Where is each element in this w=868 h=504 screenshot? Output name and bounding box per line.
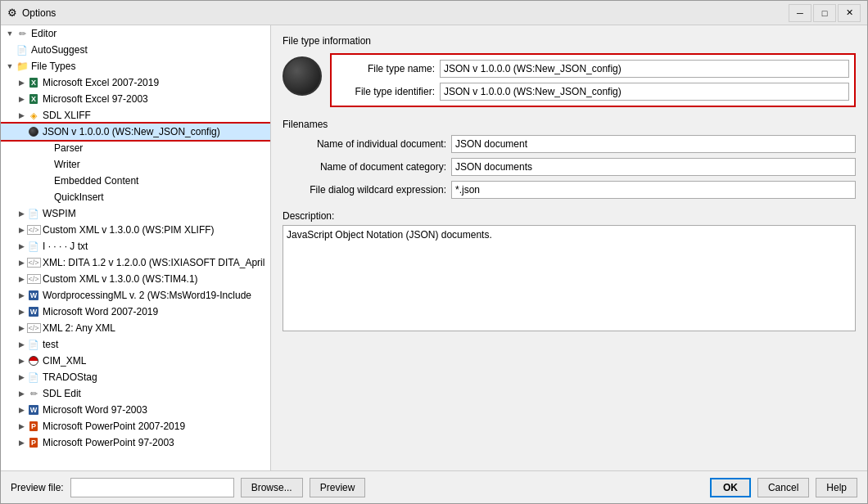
wildcard-label: File dialog wildcard expression: — [283, 184, 446, 196]
tree-toggle-ppt97[interactable]: ▶ — [16, 437, 27, 448]
file-type-name-input[interactable] — [440, 60, 849, 78]
tree-label-cim_xml: CIM_XML — [43, 355, 86, 367]
ok-button[interactable]: OK — [710, 478, 751, 497]
tree-item-tradostag[interactable]: ▶📄TRADOStag — [1, 369, 270, 385]
tree-item-wspim[interactable]: ▶📄WSPIM — [1, 205, 270, 222]
tree-toggle-editor[interactable]: ▼ — [4, 28, 16, 39]
tree-item-wordprocessingml[interactable]: ▶WWordprocessingML v. 2 (WS:MsWord19-Inc… — [1, 287, 270, 304]
tree-item-test[interactable]: ▶📄test — [1, 336, 270, 353]
tree-item-quickinsert[interactable]: QuickInsert — [1, 189, 270, 205]
file-type-identifier-input[interactable] — [440, 83, 849, 101]
tree-item-sdlxliff[interactable]: ▶◈SDL XLIFF — [1, 107, 270, 124]
description-textarea[interactable]: JavaScript Object Notation (JSON) docume… — [283, 225, 856, 331]
tree-item-autosuggest[interactable]: 📄AutoSuggest — [1, 42, 270, 58]
tree-item-word97[interactable]: ▶WMicrosoft Word 97-2003 — [1, 402, 270, 418]
tree-icon-word2007: W — [27, 305, 40, 318]
tree-toggle-dita[interactable]: ▶ — [16, 257, 27, 268]
tree-item-customxml130[interactable]: ▶</>Custom XML v 1.3.0.0 (WS:PIM XLIFF) — [1, 222, 270, 238]
tree-toggle-wordprocessingml[interactable]: ▶ — [16, 290, 27, 301]
tree-label-writer: Writer — [54, 159, 80, 170]
tree-toggle-sdlxliff[interactable]: ▶ — [16, 110, 27, 121]
tree-toggle-word97[interactable]: ▶ — [16, 404, 27, 416]
tree-icon-json — [27, 125, 40, 138]
tree-item-filetypes[interactable]: ▼📁File Types — [1, 58, 270, 74]
tree-label-txt: I · · · · J txt — [43, 241, 88, 252]
tree-item-editor[interactable]: ▼✏Editor — [1, 25, 270, 42]
tree-item-cim_xml[interactable]: ▶CIM_XML — [1, 353, 270, 369]
tree-toggle-writer[interactable] — [27, 159, 38, 170]
doc-category-row: Name of document category: — [283, 158, 856, 176]
help-button[interactable]: Help — [816, 478, 857, 497]
tree-toggle-word2007[interactable]: ▶ — [16, 306, 27, 317]
tree-toggle-excel97[interactable]: ▶ — [16, 93, 27, 105]
tree-label-word97: Microsoft Word 97-2003 — [43, 404, 147, 416]
tree-label-dita: XML: DITA 1.2 v 1.2.0.0 (WS:IXIASOFT DIT… — [43, 257, 264, 268]
tree-item-txt[interactable]: ▶📄I · · · · J txt — [1, 238, 270, 254]
close-button[interactable]: ✕ — [838, 4, 861, 22]
doc-category-input[interactable] — [451, 158, 856, 176]
tree-item-writer[interactable]: Writer — [1, 156, 270, 173]
tree-label-autosuggest: AutoSuggest — [31, 44, 88, 56]
tree-icon-word97: W — [27, 403, 40, 416]
tree-toggle-wspim[interactable]: ▶ — [16, 208, 27, 219]
individual-doc-input[interactable] — [451, 135, 856, 153]
tree-label-embedded: Embedded Content — [54, 175, 138, 187]
tree-item-sdledit[interactable]: ▶✏SDL Edit — [1, 385, 270, 402]
tree-toggle-autosuggest[interactable] — [4, 44, 16, 56]
tree-toggle-ppt2007[interactable]: ▶ — [16, 421, 27, 432]
tree-label-filetypes: File Types — [31, 61, 75, 72]
tree-item-word2007[interactable]: ▶WMicrosoft Word 2007-2019 — [1, 304, 270, 320]
individual-doc-row: Name of individual document: — [283, 135, 856, 153]
tree-toggle-embedded[interactable] — [27, 175, 38, 187]
maximize-button[interactable]: □ — [813, 4, 836, 22]
browse-button[interactable]: Browse... — [241, 478, 303, 497]
preview-button[interactable]: Preview — [310, 478, 366, 497]
file-type-name-row: File type name: — [337, 60, 849, 78]
tree-item-excel97[interactable]: ▶XMicrosoft Excel 97-2003 — [1, 91, 270, 107]
tree-toggle-quickinsert[interactable] — [27, 191, 38, 203]
preview-file-input[interactable] — [70, 478, 234, 497]
tree-toggle-filetypes[interactable]: ▼ — [4, 61, 16, 72]
tree-toggle-xml2[interactable]: ▶ — [16, 322, 27, 334]
tree-item-xml2[interactable]: ▶</>XML 2: Any XML — [1, 320, 270, 336]
tree-toggle-customxml4[interactable]: ▶ — [16, 273, 27, 285]
wildcard-row: File dialog wildcard expression: — [283, 181, 856, 199]
minimize-button[interactable]: ─ — [789, 4, 811, 22]
tree-toggle-json[interactable] — [16, 126, 27, 137]
filenames-title: Filenames — [283, 119, 856, 130]
tree-toggle-cim_xml[interactable]: ▶ — [16, 355, 27, 367]
tree-item-dita[interactable]: ▶</>XML: DITA 1.2 v 1.2.0.0 (WS:IXIASOFT… — [1, 254, 270, 271]
tree-toggle-tradostag[interactable]: ▶ — [16, 371, 27, 383]
tree-toggle-sdledit[interactable]: ▶ — [16, 388, 27, 399]
tree-item-json[interactable]: JSON v 1.0.0.0 (WS:New_JSON_config) — [1, 124, 270, 140]
tree-label-excel2007: Microsoft Excel 2007-2019 — [43, 77, 159, 88]
tree-icon-ppt2007: P — [27, 420, 40, 433]
cancel-button[interactable]: Cancel — [757, 478, 809, 497]
tree-label-customxml130: Custom XML v 1.3.0.0 (WS:PIM XLIFF) — [43, 224, 215, 236]
tree-item-parser[interactable]: Parser — [1, 140, 270, 156]
tree-label-sdlxliff: SDL XLIFF — [43, 110, 91, 121]
tree-item-ppt97[interactable]: ▶PMicrosoft PowerPoint 97-2003 — [1, 434, 270, 451]
tree-toggle-customxml130[interactable]: ▶ — [16, 224, 27, 236]
title-bar-controls: ─ □ ✕ — [789, 4, 861, 22]
wildcard-input[interactable] — [451, 181, 856, 199]
tree-label-wordprocessingml: WordprocessingML v. 2 (WS:MsWord19-Inclu… — [43, 290, 251, 301]
tree-label-wspim: WSPIM — [43, 208, 76, 219]
tree-item-embedded[interactable]: Embedded Content — [1, 173, 270, 189]
tree-item-ppt2007[interactable]: ▶PMicrosoft PowerPoint 2007-2019 — [1, 418, 270, 434]
bottom-bar: Preview file: Browse... Preview OK Cance… — [1, 470, 867, 503]
file-type-icon — [283, 56, 322, 96]
tree-icon-editor: ✏ — [16, 27, 29, 40]
tree-item-excel2007[interactable]: ▶XMicrosoft Excel 2007-2019 — [1, 74, 270, 91]
tree-toggle-test[interactable]: ▶ — [16, 339, 27, 350]
tree-icon-autosuggest: 📄 — [16, 43, 29, 56]
tree-toggle-excel2007[interactable]: ▶ — [16, 77, 27, 88]
file-type-info-title: File type information — [283, 35, 856, 47]
tree-toggle-parser[interactable] — [27, 142, 38, 154]
tree-label-sdledit: SDL Edit — [43, 388, 81, 399]
tree-label-test: test — [43, 339, 58, 350]
tree-toggle-txt[interactable]: ▶ — [16, 241, 27, 252]
tree-area[interactable]: ▼✏Editor 📄AutoSuggest▼📁File Types▶XMicro… — [1, 25, 270, 470]
left-panel: ▼✏Editor 📄AutoSuggest▼📁File Types▶XMicro… — [1, 25, 271, 470]
tree-item-customxml4[interactable]: ▶</>Custom XML v 1.3.0.0 (WS:TIM4.1) — [1, 271, 270, 287]
